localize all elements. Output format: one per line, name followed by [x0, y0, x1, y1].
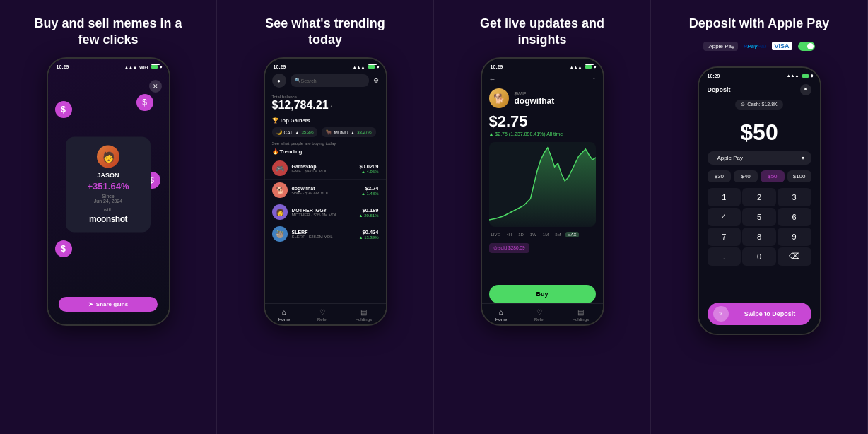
nav-refer[interactable]: ♡ Refer	[317, 308, 328, 322]
nav-holdings-3[interactable]: ▤ Holdings	[573, 308, 589, 322]
cash-badge: ⊙ Cash: $12.8K	[735, 100, 782, 110]
quick-100[interactable]: $100	[787, 170, 811, 182]
back-button[interactable]: ←	[489, 75, 496, 83]
quick-30[interactable]: $30	[708, 170, 732, 182]
coin-row-0[interactable]: 🎮 GameStop GME · $471M VOL $0.0209 ▲ 4.9…	[265, 158, 386, 180]
coin-row-3[interactable]: 🦥 SLERF SLERF · $28.3M VOL $0.434 ▲ 13.3…	[265, 223, 386, 245]
user-gain: +351.64%	[77, 181, 139, 192]
payment-selector[interactable]: Apple Pay ▾	[708, 151, 811, 165]
num-4[interactable]: 4	[708, 208, 741, 226]
home-icon-3: ⌂	[499, 308, 503, 316]
status-icons-2: ▲▲▲	[353, 64, 377, 69]
nav-refer-3[interactable]: ♡ Refer	[534, 308, 545, 322]
panel-1: Buy and sell memes in a few clicks 10:29…	[0, 0, 217, 434]
num-backspace[interactable]: ⌫	[778, 247, 811, 266]
coin-logo-1: 🐕	[272, 182, 288, 198]
tf-3m[interactable]: 3M	[553, 232, 563, 237]
with-label: with	[77, 207, 139, 212]
price-change: ▲ $2.75 (1,237,890.41%) All time	[482, 131, 603, 139]
top-nav: ● 🔍 Search ⚙	[265, 71, 386, 90]
dollar-bubble-2: $	[136, 94, 153, 111]
nav-home-3[interactable]: ⌂ Home	[495, 308, 507, 322]
coin-row-2[interactable]: 👩 MOTHER IGGY MOTHER · $35.1M VOL $0.189…	[265, 201, 386, 223]
visa-badge: VISA	[772, 42, 792, 50]
panel-3: Get live updates and insights 10:29 ▲▲▲ …	[434, 0, 651, 434]
panel-3-title: Get live updates and insights	[464, 16, 620, 47]
swipe-deposit-button[interactable]: » Swipe to Deposit	[708, 303, 811, 325]
settings-icon[interactable]: ⚙	[373, 77, 379, 84]
battery-icon	[151, 64, 160, 69]
nav-holdings[interactable]: ▤ Holdings	[356, 308, 372, 322]
tf-1m[interactable]: 1M	[541, 232, 551, 237]
swipe-arrow-icon: »	[713, 306, 729, 322]
paypal-badge: PPayPal	[744, 43, 766, 49]
buy-button[interactable]: Buy	[489, 285, 596, 303]
phone-3: 10:29 ▲▲▲ ← ↑ 🐕 $WIF dogwifhat	[481, 57, 604, 326]
coin-logo-2: 👩	[272, 204, 288, 220]
toggle-switch[interactable]	[798, 42, 815, 51]
panel-2: See what's trending today 10:29 ▲▲▲ ● 🔍 …	[217, 0, 434, 434]
tf-max[interactable]: MAX	[565, 232, 579, 237]
status-bar-3: 10:29 ▲▲▲	[482, 59, 603, 71]
status-icons-4: ▲▲▲	[787, 74, 811, 78]
phone-4: 10:29 ▲▲▲ Deposit ✕ ⊙ Cash: $12.8K	[698, 66, 821, 335]
share-button[interactable]: ↑	[592, 76, 596, 83]
refer-icon-3: ♡	[536, 308, 543, 316]
swipe-text: Swipe to Deposit	[734, 310, 806, 317]
holdings-icon-3: ▤	[577, 308, 584, 316]
share-gains-button[interactable]: ➤ Share gains	[59, 297, 158, 312]
phone-2-screen: 10:29 ▲▲▲ ● 🔍 Search ⚙ Total balance	[265, 59, 386, 324]
dollar-bubble-1: $	[55, 101, 72, 118]
status-icons-1: ▲▲▲ WiFi	[124, 64, 160, 69]
chart-svg	[489, 142, 596, 227]
tf-live[interactable]: LIVE	[489, 232, 503, 237]
balance-value: $12,784.21 ›	[272, 99, 379, 112]
close-deposit-button[interactable]: ✕	[800, 84, 811, 95]
battery-icon-3	[585, 64, 594, 69]
price-chart	[489, 142, 596, 227]
num-0[interactable]: 0	[742, 247, 776, 266]
num-5[interactable]: 5	[742, 208, 776, 226]
balance-arrow: ›	[331, 102, 333, 109]
close-button[interactable]: ✕	[149, 80, 162, 93]
dollar-bubble-4: $	[55, 240, 72, 257]
battery-icon-2	[368, 64, 377, 69]
bottom-nav-2: ⌂ Home ♡ Refer ▤ Holdings	[265, 303, 386, 324]
timeframe-selector: LIVE 4H 1D 1W 1M 3M MAX	[482, 230, 603, 240]
panel-4: Deposit with Apple Pay Apple Pay PPayPal…	[651, 0, 868, 434]
logo-icon: ●	[272, 74, 286, 88]
deposit-amount: $50	[699, 112, 820, 151]
num-8[interactable]: 8	[742, 228, 776, 246]
refer-icon: ♡	[319, 308, 326, 316]
num-7[interactable]: 7	[708, 228, 741, 246]
gainer-chip-1[interactable]: 🐂 MUMU ▲ 33.27%	[322, 127, 375, 137]
phone-1: 10:29 ▲▲▲ WiFi ✕ $ $ $ $ 🧑 JASON +351.64…	[47, 57, 170, 326]
deposit-header: Deposit ✕	[699, 80, 820, 98]
numpad: 1 2 3 4 5 6 7 8 9 . 0 ⌫	[699, 188, 820, 266]
coin-detail-info: 🐕 $WIF dogwifhat	[482, 86, 603, 111]
phone-4-screen: 10:29 ▲▲▲ Deposit ✕ ⊙ Cash: $12.8K	[699, 68, 820, 334]
nav-home[interactable]: ⌂ Home	[278, 308, 290, 322]
tf-4h[interactable]: 4H	[505, 232, 515, 237]
battery-icon-4	[802, 74, 811, 78]
quick-40[interactable]: $40	[734, 170, 758, 182]
top-gainers-title: 🏆 Top Gainers	[265, 115, 386, 126]
quick-50[interactable]: $50	[761, 170, 785, 182]
tf-1w[interactable]: 1W	[528, 232, 539, 237]
num-2[interactable]: 2	[742, 188, 776, 206]
num-1[interactable]: 1	[708, 188, 741, 206]
user-name: JASON	[77, 172, 139, 179]
gainer-chip-0[interactable]: 🌙 CAT ▲ 35.3%	[272, 127, 318, 137]
search-bar[interactable]: 🔍 Search	[291, 74, 369, 87]
panel-2-title: See what's trending today	[247, 16, 403, 47]
tf-1d[interactable]: 1D	[516, 232, 526, 237]
num-6[interactable]: 6	[778, 208, 811, 226]
num-9[interactable]: 9	[778, 228, 811, 246]
coin-row-1[interactable]: 🐕 dogwifhat $WIF · $39.4M VOL $2.74 ▲ 1.…	[265, 180, 386, 201]
num-3[interactable]: 3	[778, 188, 811, 206]
status-bar-1: 10:29 ▲▲▲ WiFi	[48, 59, 169, 71]
coin-logo-0: 🎮	[272, 160, 288, 176]
panel-4-header: Deposit with Apple Pay Apple Pay PPayPal…	[689, 16, 829, 59]
num-dot[interactable]: .	[708, 247, 741, 266]
user-avatar: 🧑	[97, 146, 119, 168]
